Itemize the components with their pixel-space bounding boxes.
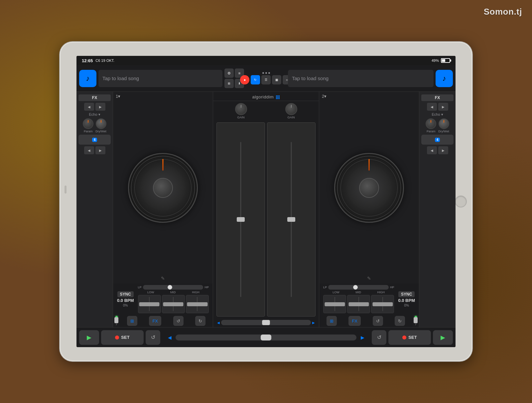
eq-high-slider-left[interactable] — [186, 295, 209, 313]
fx-next-left[interactable]: ▶ — [95, 103, 105, 111]
vol-tool-right: ♪ ⊞ FX ↺ ↻ — [319, 315, 419, 327]
pitch-track-right[interactable] — [414, 319, 418, 322]
set-button-left[interactable]: SET — [101, 330, 144, 345]
dot2 — [265, 72, 267, 74]
waveform-button[interactable]: ▦ — [272, 75, 281, 84]
eq-high-slider-right[interactable] — [371, 295, 394, 313]
bpm-right: 0.0 BPM — [398, 298, 415, 303]
deck-b-song-area[interactable]: Tap to load song — [288, 70, 434, 87]
fx-loop-prev-left[interactable]: ◀ — [84, 146, 94, 154]
gain-right-wrap: GAIN — [285, 103, 297, 119]
bpm-left: 0.0 BPM — [117, 298, 134, 303]
eq-sliders-left — [137, 295, 210, 313]
fx-tool-left[interactable]: FX — [149, 316, 161, 326]
fx-name-right[interactable]: Echo ▾ — [421, 112, 454, 117]
sync-bpm-right: SYNC 0.0 BPM 0% — [397, 291, 416, 307]
turntable-left: 1▾ ✎ — [113, 92, 213, 284]
lphp-slider-left[interactable] — [143, 285, 203, 290]
fx-name-left[interactable]: Echo ▾ — [78, 112, 111, 117]
crossfader-row: ◀ ▶ — [213, 318, 319, 327]
play-icon-left: ▶ — [87, 334, 91, 341]
bottom-center-transport: ◀ ▶ — [163, 334, 369, 341]
status-right: 49% — [432, 58, 450, 63]
turntable-disc-left[interactable] — [128, 153, 198, 223]
fx-drywet-knob-dial-left[interactable] — [96, 118, 106, 129]
eq-mid-slider-left[interactable] — [162, 295, 185, 313]
fx-prev-left[interactable]: ◀ — [84, 103, 94, 111]
fx-tool-right[interactable]: FX — [348, 316, 361, 326]
cf-end-btn-left[interactable]: ◀ — [166, 334, 174, 341]
top-bar: ♪ Tap to load song ⚙ ≡ ⊞ ⬇ — [76, 65, 456, 92]
record-button[interactable]: ● — [240, 75, 249, 84]
pitch-thumb-right — [414, 317, 418, 323]
fx-loop-arrows-left: ◀ ▶ — [78, 146, 111, 154]
fx-loop-next-left[interactable]: ▶ — [95, 146, 105, 154]
list-view-button[interactable]: ☰ — [261, 75, 271, 84]
side-button[interactable] — [65, 186, 66, 194]
set-label-left: SET — [121, 335, 129, 340]
lphp-slider-right[interactable] — [328, 285, 389, 290]
loop-tool-right[interactable]: ↺ — [373, 316, 383, 326]
edit-icon-left[interactable]: ✎ — [161, 276, 165, 281]
fx-loop-left[interactable]: 4 — [78, 135, 111, 145]
status-bar: 12:65 C6 19 OKT. 49% — [76, 56, 456, 65]
dot3 — [268, 72, 270, 74]
loop-button-right[interactable]: ↺ — [372, 330, 386, 345]
loop-tool-left[interactable]: ↺ — [173, 316, 184, 326]
set-dot-left — [115, 336, 119, 339]
fx-knobs-right: Param Dry/Wet — [421, 118, 454, 133]
hp-label-left: HP — [204, 286, 209, 289]
eq-tool-right[interactable]: ⊞ — [327, 316, 337, 326]
cf-slider[interactable] — [221, 320, 311, 325]
settings-gear-button[interactable]: ⚙ — [224, 68, 234, 78]
lp-label-right: LP — [323, 286, 327, 289]
set-dot-right — [402, 336, 406, 339]
hp-label-right: HP — [390, 286, 394, 289]
set-label-right: SET — [408, 335, 417, 340]
turntable-disc-right[interactable] — [334, 153, 404, 223]
deck-a-music-button[interactable]: ♪ — [79, 70, 96, 87]
gain-knob-left[interactable] — [235, 103, 247, 115]
fx-next-right[interactable]: ▶ — [438, 103, 448, 111]
pitch-track-left[interactable] — [114, 319, 118, 322]
sync-button-left[interactable]: SYNC — [117, 291, 134, 297]
main-content: FX ◀ ▶ Echo ▾ Param Dry/Wet — [76, 92, 456, 347]
fx-param-knob-left: Param — [83, 118, 93, 133]
vol-fader-right[interactable] — [267, 122, 316, 317]
fx-loop-prev-right[interactable]: ◀ — [427, 146, 437, 154]
edit-icon-right[interactable]: ✎ — [367, 276, 371, 281]
deck-a-song-area[interactable]: Tap to load song — [98, 70, 222, 87]
deck-b-music-button[interactable]: ♪ — [436, 70, 453, 87]
auto-tool-right[interactable]: ↻ — [395, 316, 405, 326]
cf-end-btn-right[interactable]: ▶ — [358, 334, 366, 341]
loop-num-left: 4 — [92, 138, 97, 142]
eq-mid-slider-right[interactable] — [347, 295, 370, 313]
cf-bottom-track[interactable] — [176, 335, 356, 340]
loop-sync-button[interactable]: ↻ — [251, 75, 260, 84]
fx-drywet-knob-dial-right[interactable] — [439, 118, 449, 129]
turntable-right: 2▾ ✎ — [319, 92, 419, 284]
turntable-center-right — [359, 178, 379, 198]
vol-fader-left[interactable] — [216, 122, 265, 317]
eq-tool-left[interactable]: ⊞ — [127, 316, 137, 326]
fx-param-knob-dial-right[interactable] — [426, 118, 436, 129]
fx-loop-right[interactable]: 4 — [421, 135, 454, 145]
low-label-right: LOW — [332, 291, 339, 294]
fx-param-knob-dial-left[interactable] — [83, 118, 93, 129]
play-button-right[interactable]: ▶ — [433, 330, 453, 345]
high-label-left: HIGH — [192, 291, 200, 294]
gain-knob-right[interactable] — [285, 103, 297, 115]
auto-tool-left[interactable]: ↻ — [195, 316, 205, 326]
fx-loop-next-right[interactable]: ▶ — [438, 146, 448, 154]
set-button-right[interactable]: SET — [388, 330, 431, 345]
fx-prev-right[interactable]: ◀ — [427, 103, 437, 111]
eq-low-slider-right[interactable] — [323, 295, 346, 313]
pitch-thumb-left — [114, 317, 118, 323]
cf-bottom-thumb — [261, 335, 271, 340]
play-button-left[interactable]: ▶ — [79, 330, 99, 345]
eq-low-slider-left[interactable] — [138, 295, 161, 313]
loop-button-left[interactable]: ↺ — [146, 330, 160, 345]
home-button[interactable] — [455, 196, 467, 207]
settings-grid-button[interactable]: ⊞ — [224, 79, 234, 88]
sync-button-right[interactable]: SYNC — [398, 291, 415, 297]
